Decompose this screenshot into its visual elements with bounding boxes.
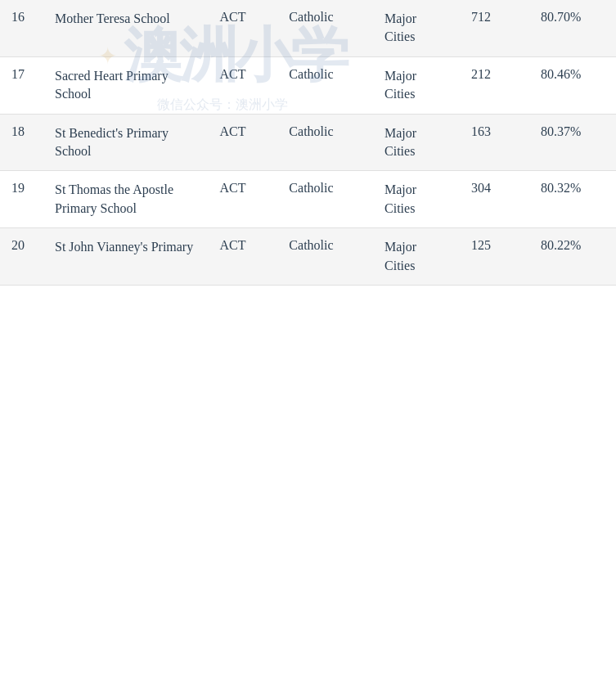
- state-cell: ACT: [209, 228, 278, 286]
- type-cell: Catholic: [277, 171, 373, 228]
- school-cell: St Thomas the Apostle Primary School: [43, 171, 209, 228]
- location-cell: Major Cities: [373, 56, 460, 114]
- school-cell: Mother Teresa School: [43, 0, 209, 56]
- rank-cell: 20: [0, 228, 43, 286]
- table-row: 17 Sacred Heart Primary School ACT Catho…: [0, 56, 616, 114]
- school-cell: St Benedict's Primary School: [43, 114, 209, 171]
- school-cell: St John Vianney's Primary: [43, 228, 209, 286]
- enrollment-cell: 163: [460, 114, 529, 171]
- state-cell: ACT: [209, 114, 278, 171]
- table-row: 18 St Benedict's Primary School ACT Cath…: [0, 114, 616, 171]
- location-cell: Major Cities: [373, 114, 460, 171]
- table-row: 19 St Thomas the Apostle Primary School …: [0, 171, 616, 228]
- state-cell: ACT: [209, 56, 278, 114]
- state-cell: ACT: [209, 171, 278, 228]
- school-cell: Sacred Heart Primary School: [43, 56, 209, 114]
- enrollment-cell: 125: [460, 228, 529, 286]
- score-cell: 80.46%: [529, 56, 616, 114]
- type-cell: Catholic: [277, 0, 373, 56]
- schools-table: 16 Mother Teresa School ACT Catholic Maj…: [0, 0, 616, 286]
- type-cell: Catholic: [277, 56, 373, 114]
- score-cell: 80.70%: [529, 0, 616, 56]
- state-cell: ACT: [209, 0, 278, 56]
- type-cell: Catholic: [277, 228, 373, 286]
- table-row: 20 St John Vianney's Primary ACT Catholi…: [0, 228, 616, 286]
- enrollment-cell: 212: [460, 56, 529, 114]
- location-cell: Major Cities: [373, 171, 460, 228]
- table-container: ✦ 澳洲小学 微信公众号：澳洲小学 ✦ 澳洲小学 微信公众号：澳洲小学 16 M…: [0, 0, 616, 286]
- rank-cell: 18: [0, 114, 43, 171]
- enrollment-cell: 712: [460, 0, 529, 56]
- score-cell: 80.32%: [529, 171, 616, 228]
- location-cell: Major Cities: [373, 0, 460, 56]
- type-cell: Catholic: [277, 114, 373, 171]
- score-cell: 80.22%: [529, 228, 616, 286]
- score-cell: 80.37%: [529, 114, 616, 171]
- table-row: 16 Mother Teresa School ACT Catholic Maj…: [0, 0, 616, 56]
- location-cell: Major Cities: [373, 228, 460, 286]
- rank-cell: 16: [0, 0, 43, 56]
- enrollment-cell: 304: [460, 171, 529, 228]
- rank-cell: 17: [0, 56, 43, 114]
- rank-cell: 19: [0, 171, 43, 228]
